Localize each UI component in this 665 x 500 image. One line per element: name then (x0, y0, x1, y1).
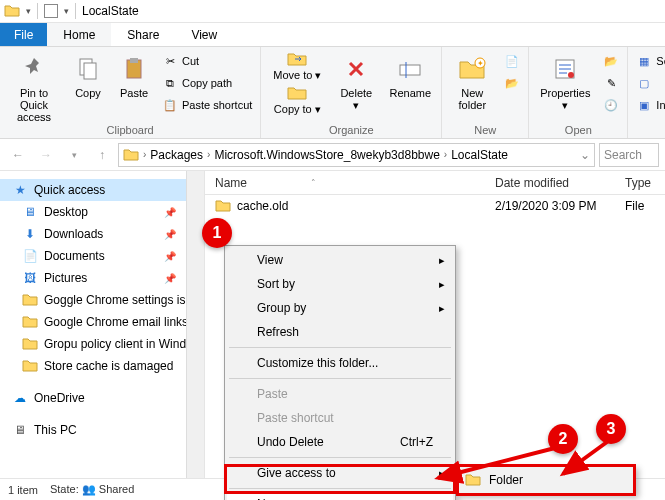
title-bar: ▾ ▾ LocalState (0, 0, 665, 23)
sidebar-onedrive[interactable]: ☁OneDrive (0, 387, 204, 409)
desktop-icon: 🖥 (22, 204, 38, 220)
qa-dropdown-icon[interactable]: ▾ (26, 6, 31, 16)
folder-icon (22, 336, 38, 352)
recent-button[interactable]: ▾ (62, 143, 86, 167)
invert-selection-button[interactable]: ▣Invert (634, 95, 665, 115)
ribbon-group-select: ▦Select ▢ ▣Invert (628, 47, 665, 138)
copy-to-icon (287, 85, 307, 101)
submenu-new: Folder (456, 465, 636, 495)
up-button[interactable]: ↑ (90, 143, 114, 167)
breadcrumb-segment[interactable]: LocalState (451, 148, 508, 162)
svg-rect-3 (130, 58, 138, 63)
cm-group-by[interactable]: Group by▸ (227, 296, 453, 320)
pin-icon: 📌 (164, 251, 176, 262)
new-folder-button[interactable]: ✦ New folder (448, 49, 496, 111)
delete-icon (340, 53, 372, 85)
folder-icon (465, 472, 481, 488)
select-all-button[interactable]: ▦Select (634, 51, 665, 71)
ribbon-group-clipboard: Pin to Quick access Copy Paste ✂Cut ⧉Cop… (0, 47, 261, 138)
cm-view[interactable]: View▸ (227, 248, 453, 272)
sidebar-this-pc[interactable]: 🖥This PC (0, 419, 204, 441)
rename-icon (394, 53, 426, 85)
file-menu[interactable]: File (0, 23, 47, 46)
pin-icon: 📌 (164, 229, 176, 240)
select-none-button[interactable]: ▢ (634, 73, 665, 93)
folder-icon (22, 292, 38, 308)
qa-2-icon[interactable] (44, 4, 58, 18)
folder-icon (123, 147, 139, 163)
delete-button[interactable]: Delete▾ (333, 49, 379, 111)
dropdown-icon[interactable]: ⌄ (580, 148, 590, 162)
paste-shortcut-button[interactable]: 📋Paste shortcut (160, 95, 254, 115)
cm-new[interactable]: New▸ (227, 492, 453, 500)
copy-path-button[interactable]: ⧉Copy path (160, 73, 254, 93)
copy-to-button[interactable]: Copy to ▾ (267, 85, 327, 119)
new-folder-icon: ✦ (456, 53, 488, 85)
address-row: ← → ▾ ↑ › Packages › Microsoft.WindowsSt… (0, 139, 665, 171)
sidebar-item-pictures[interactable]: 🖼Pictures📌 (0, 267, 204, 289)
move-to-icon (287, 51, 307, 67)
pin-quick-access-button[interactable]: Pin to Quick access (6, 49, 62, 123)
cm-paste: Paste (227, 382, 453, 406)
sidebar-item-folder[interactable]: Store cache is damaged (0, 355, 204, 377)
copy-icon (72, 53, 104, 85)
star-icon: ★ (12, 182, 28, 198)
new-item-button[interactable]: 📄 (502, 51, 522, 71)
pin-icon: 📌 (164, 273, 176, 284)
move-to-button[interactable]: Move to ▾ (267, 51, 327, 85)
address-bar[interactable]: › Packages › Microsoft.WindowsStore_8wek… (118, 143, 595, 167)
onedrive-icon: ☁ (12, 390, 28, 406)
file-row[interactable]: cache.old 2/19/2020 3:09 PM File (205, 195, 665, 217)
cm-give-access[interactable]: Give access to▸ (227, 461, 453, 485)
folder-icon (4, 3, 20, 19)
submenu-folder[interactable]: Folder (489, 473, 523, 487)
cm-refresh[interactable]: Refresh (227, 320, 453, 344)
tab-share[interactable]: Share (111, 23, 175, 46)
cm-paste-shortcut: Paste shortcut (227, 406, 453, 430)
back-button[interactable]: ← (6, 143, 30, 167)
pin-icon: 📌 (164, 207, 176, 218)
documents-icon: 📄 (22, 248, 38, 264)
svg-rect-4 (400, 65, 420, 75)
svg-point-9 (568, 72, 574, 78)
paste-button[interactable]: Paste (114, 49, 154, 99)
breadcrumb-segment[interactable]: Packages (150, 148, 203, 162)
paste-shortcut-icon: 📋 (162, 97, 178, 113)
column-headers[interactable]: Name˄ Date modified Type (205, 171, 665, 195)
sidebar-item-desktop[interactable]: 🖥Desktop📌 (0, 201, 204, 223)
sidebar-item-downloads[interactable]: ⬇Downloads📌 (0, 223, 204, 245)
tab-view[interactable]: View (175, 23, 233, 46)
cut-icon: ✂ (162, 53, 178, 69)
ribbon-group-new: ✦ New folder 📄 📂 New (442, 47, 529, 138)
properties-icon (549, 53, 581, 85)
history-button[interactable]: 🕘 (601, 95, 621, 115)
sidebar-item-folder[interactable]: Gropu policy client in Windo (0, 333, 204, 355)
nav-sidebar: ★ Quick access 🖥Desktop📌 ⬇Downloads📌 📄Do… (0, 171, 205, 478)
sidebar-item-documents[interactable]: 📄Documents📌 (0, 245, 204, 267)
properties-button[interactable]: Properties▾ (535, 49, 595, 111)
sidebar-item-folder[interactable]: Goggle Chrome settings is b (0, 289, 204, 311)
cm-undo-delete[interactable]: Undo DeleteCtrl+Z (227, 430, 453, 454)
cm-customize[interactable]: Customize this folder... (227, 351, 453, 375)
qa-dropdown2-icon[interactable]: ▾ (64, 6, 69, 16)
easy-access-button[interactable]: 📂 (502, 73, 522, 93)
open-button[interactable]: 📂 (601, 51, 621, 71)
sidebar-quick-access[interactable]: ★ Quick access (0, 179, 204, 201)
cut-button[interactable]: ✂Cut (160, 51, 254, 71)
rename-button[interactable]: Rename (385, 49, 435, 99)
copy-path-icon: ⧉ (162, 75, 178, 91)
copy-button[interactable]: Copy (68, 49, 108, 99)
paste-icon (118, 53, 150, 85)
forward-button[interactable]: → (34, 143, 58, 167)
search-input[interactable]: Search (599, 143, 659, 167)
edit-button[interactable]: ✎ (601, 73, 621, 93)
pictures-icon: 🖼 (22, 270, 38, 286)
ribbon-group-open: Properties▾ 📂 ✎ 🕘 Open (529, 47, 628, 138)
sidebar-item-folder[interactable]: Google Chrome email links (0, 311, 204, 333)
folder-icon (22, 358, 38, 374)
shared-icon: 👥 (82, 483, 96, 495)
cm-sort-by[interactable]: Sort by▸ (227, 272, 453, 296)
ribbon-group-organize: Move to ▾ Copy to ▾ Delete▾ Rename Organ… (261, 47, 442, 138)
breadcrumb-segment[interactable]: Microsoft.WindowsStore_8wekyb3d8bbwe (214, 148, 439, 162)
tab-home[interactable]: Home (47, 23, 111, 46)
